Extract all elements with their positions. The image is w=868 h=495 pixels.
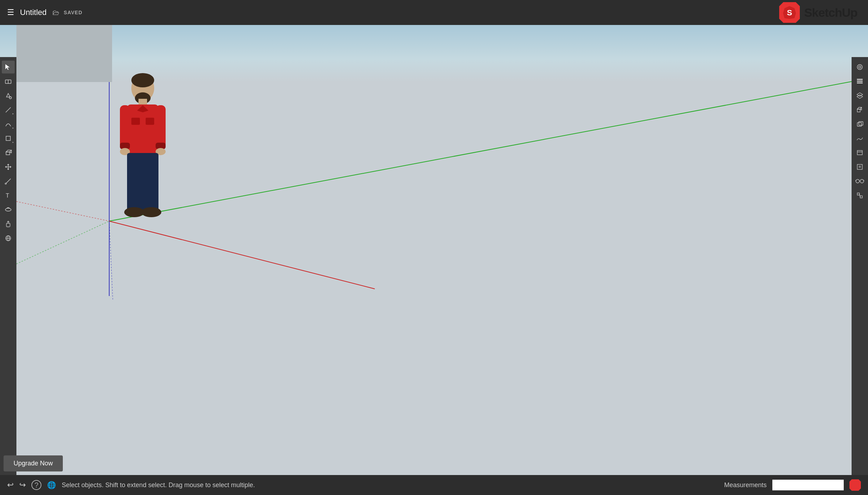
svg-rect-13 bbox=[6, 136, 10, 141]
saved-status: SAVED bbox=[64, 10, 82, 15]
folder-icon[interactable]: 🗁 bbox=[52, 9, 60, 17]
svg-rect-55 bbox=[857, 193, 859, 195]
tool-text[interactable]: T bbox=[2, 189, 15, 202]
tool-eraser[interactable] bbox=[2, 75, 15, 88]
svg-rect-67 bbox=[156, 105, 166, 148]
svg-line-5 bbox=[16, 201, 109, 221]
svg-line-6 bbox=[16, 221, 109, 264]
svg-rect-73 bbox=[127, 169, 141, 212]
svg-rect-28 bbox=[6, 223, 10, 227]
svg-marker-22 bbox=[5, 166, 6, 168]
sketchup-logo: S SketchUp bbox=[779, 2, 857, 23]
left-toolbar: ▸ ▸ ▸ bbox=[0, 57, 16, 475]
status-bar: ↩ ↪ ? 🌐 Select objects. Shift to extend … bbox=[0, 475, 868, 495]
menu-button[interactable]: ☰ bbox=[7, 8, 14, 17]
svg-point-59 bbox=[131, 73, 154, 87]
svg-rect-35 bbox=[857, 81, 863, 82]
svg-rect-34 bbox=[857, 79, 863, 80]
tool-walk[interactable] bbox=[2, 232, 15, 245]
svg-marker-21 bbox=[7, 169, 9, 170]
svg-point-27 bbox=[5, 208, 11, 211]
svg-marker-40 bbox=[857, 107, 862, 109]
tool-layers[interactable] bbox=[853, 89, 866, 102]
right-toolbar bbox=[852, 57, 868, 475]
svg-rect-14 bbox=[6, 152, 10, 155]
svg-line-7 bbox=[109, 221, 113, 300]
svg-text:T: T bbox=[6, 193, 9, 199]
tool-push-pull[interactable] bbox=[2, 146, 15, 159]
tool-move[interactable] bbox=[2, 160, 15, 173]
svg-rect-45 bbox=[857, 150, 862, 155]
tool-select[interactable] bbox=[2, 61, 15, 73]
tool-components[interactable] bbox=[853, 75, 866, 88]
svg-point-75 bbox=[124, 207, 144, 217]
svg-point-76 bbox=[141, 207, 161, 217]
svg-rect-64 bbox=[131, 118, 140, 125]
sketchup-small-icon bbox=[849, 479, 861, 491]
top-left-panel bbox=[16, 25, 112, 82]
help-button[interactable]: ? bbox=[31, 480, 41, 490]
undo-button[interactable]: ↩ bbox=[7, 480, 14, 490]
document-title: Untitled bbox=[20, 8, 47, 17]
svg-line-12 bbox=[6, 107, 11, 112]
logo-box: S bbox=[779, 2, 800, 23]
tool-spectacles[interactable] bbox=[853, 175, 866, 188]
upgrade-now-button[interactable]: Upgrade Now bbox=[4, 455, 63, 471]
svg-line-24 bbox=[6, 179, 11, 184]
svg-rect-56 bbox=[860, 196, 862, 198]
svg-rect-74 bbox=[144, 169, 158, 212]
tool-tape-measure[interactable] bbox=[2, 175, 15, 188]
svg-point-33 bbox=[859, 66, 861, 68]
svg-line-54 bbox=[864, 180, 864, 181]
svg-marker-38 bbox=[857, 95, 863, 98]
brand-name: SketchUp bbox=[804, 6, 857, 20]
svg-rect-39 bbox=[857, 109, 860, 112]
svg-point-50 bbox=[856, 179, 859, 183]
svg-marker-8 bbox=[5, 64, 10, 70]
svg-point-51 bbox=[860, 179, 864, 183]
tool-arc[interactable]: ▸ bbox=[2, 118, 15, 131]
svg-line-57 bbox=[859, 194, 860, 197]
tool-orbit[interactable] bbox=[2, 203, 15, 216]
svg-rect-61 bbox=[138, 99, 147, 105]
tool-paint-bucket[interactable] bbox=[2, 89, 15, 102]
tool-entity-info[interactable] bbox=[853, 160, 866, 173]
person-figure bbox=[114, 70, 171, 230]
svg-point-32 bbox=[857, 65, 862, 70]
svg-marker-23 bbox=[10, 166, 11, 168]
header: ☰ Untitled 🗁 SAVED S SketchUp bbox=[0, 0, 868, 25]
svg-marker-15 bbox=[6, 150, 11, 152]
svg-marker-20 bbox=[7, 164, 9, 165]
svg-line-3 bbox=[109, 78, 868, 221]
tool-pan[interactable] bbox=[2, 218, 15, 230]
redo-button[interactable]: ↪ bbox=[19, 480, 26, 490]
tool-solid[interactable] bbox=[853, 118, 866, 131]
svg-rect-43 bbox=[857, 123, 862, 126]
status-message: Select objects. Shift to extend select. … bbox=[62, 481, 718, 489]
svg-point-11 bbox=[9, 97, 11, 99]
tool-scenes[interactable] bbox=[853, 146, 866, 159]
tool-line[interactable]: ▸ bbox=[2, 103, 15, 116]
svg-line-53 bbox=[856, 180, 856, 181]
measurements-input[interactable] bbox=[772, 480, 844, 490]
tool-trimble-connect[interactable] bbox=[853, 189, 866, 202]
globe-button[interactable]: 🌐 bbox=[47, 481, 56, 489]
svg-rect-47 bbox=[857, 164, 862, 169]
svg-marker-37 bbox=[857, 93, 863, 96]
svg-text:S: S bbox=[787, 8, 792, 17]
svg-line-4 bbox=[109, 221, 375, 289]
tool-sandbox[interactable] bbox=[853, 132, 866, 145]
tool-shape[interactable]: ▸ bbox=[2, 132, 15, 145]
tool-styles[interactable] bbox=[853, 61, 866, 73]
svg-rect-65 bbox=[146, 118, 154, 125]
svg-rect-44 bbox=[859, 122, 863, 125]
svg-rect-66 bbox=[120, 105, 130, 148]
tool-3d-warehouse[interactable] bbox=[853, 103, 866, 116]
measurements-label: Measurements bbox=[724, 481, 767, 489]
svg-rect-36 bbox=[857, 82, 863, 83]
